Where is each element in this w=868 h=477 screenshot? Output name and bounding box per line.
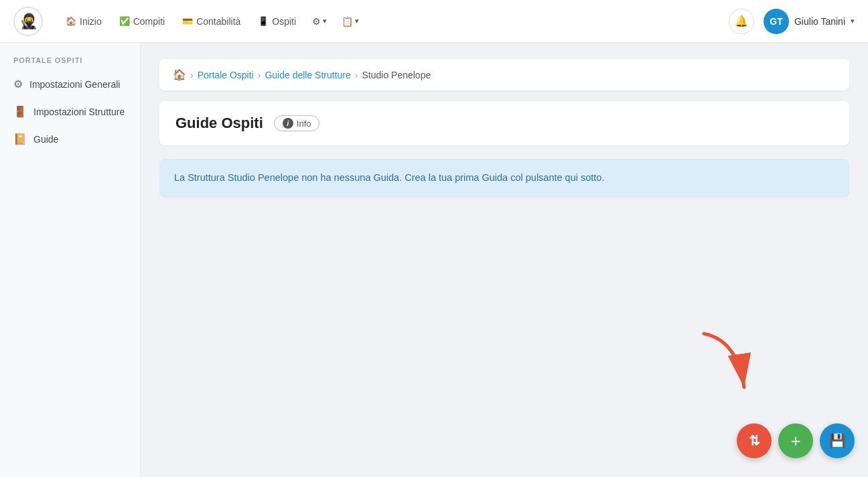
nav-item-inizio[interactable]: 🏠 Inizio — [59, 12, 108, 31]
user-chevron-icon: ▾ — [851, 17, 855, 25]
fab-add-button[interactable]: + — [778, 423, 813, 458]
empty-state-message: La Struttura Studio Penelope non ha ness… — [159, 159, 849, 198]
nav-items: 🏠 Inizio ✅ Compiti 💳 Contabilità 📱 Ospit… — [59, 12, 713, 31]
nav-item-ospiti[interactable]: 📱 Ospiti — [251, 12, 303, 31]
gear-sidebar-icon: ⚙ — [13, 78, 23, 92]
user-menu[interactable]: GT Giulio Tanini ▾ — [764, 9, 855, 34]
topnav-right: 🔔 GT Giulio Tanini ▾ — [729, 9, 855, 34]
sidebar-item-impostazioni-generali[interactable]: ⚙ Impostazioni Generali — [0, 71, 140, 98]
extra-dropdown[interactable]: 📋 ▾ — [336, 12, 364, 31]
breadcrumb-current: Studio Penelope — [362, 70, 431, 80]
fab-sort-button[interactable]: ⇅ — [737, 423, 772, 458]
info-badge[interactable]: i Info — [274, 115, 320, 131]
sidebar-label-impostazioni-strutture: Impostazioni Strutture — [33, 106, 125, 118]
user-name: Giulio Tanini — [794, 16, 845, 27]
clipboard-icon: 📋 — [342, 16, 353, 27]
settings-dropdown[interactable]: ⚙ ▾ — [307, 12, 332, 31]
breadcrumb-guide-strutture[interactable]: Guide delle Strutture — [265, 70, 350, 80]
credit-card-icon: 💳 — [182, 16, 193, 26]
nav-label-inizio: Inizio — [80, 16, 102, 27]
nav-label-compiti: Compiti — [133, 16, 165, 27]
mobile-icon: 📱 — [258, 16, 269, 26]
main-content: 🏠 › Portale Ospiti › Guide delle Struttu… — [141, 43, 868, 477]
sidebar-label-guide: Guide — [33, 133, 58, 145]
sort-icon: ⇅ — [749, 433, 760, 449]
avatar: GT — [764, 9, 789, 34]
notification-bell[interactable]: 🔔 — [729, 9, 754, 34]
top-navigation: 🥷 🏠 Inizio ✅ Compiti 💳 Contabilità 📱 Osp… — [0, 0, 868, 43]
book-icon: 📔 — [13, 133, 27, 147]
sidebar-item-guide[interactable]: 📔 Guide — [0, 126, 140, 153]
sidebar-item-impostazioni-strutture[interactable]: 🚪 Impostazioni Strutture — [0, 98, 140, 126]
save-icon: 💾 — [829, 433, 846, 449]
check-icon: ✅ — [119, 16, 130, 26]
sidebar: PORTALE OSPITI ⚙ Impostazioni Generali 🚪… — [0, 43, 141, 477]
plus-icon: + — [790, 432, 800, 450]
sidebar-section-title: PORTALE OSPITI — [0, 56, 140, 71]
nav-label-ospiti: Ospiti — [272, 16, 296, 27]
breadcrumb-portale-ospiti[interactable]: Portale Ospiti — [198, 70, 254, 80]
fab-save-button[interactable]: 💾 — [820, 423, 855, 458]
chevron-down-icon2: ▾ — [355, 17, 359, 25]
info-icon: i — [283, 118, 293, 129]
breadcrumb-sep-3: › — [355, 70, 358, 80]
bell-icon: 🔔 — [735, 15, 748, 27]
breadcrumb-home-icon[interactable]: 🏠 — [173, 68, 186, 81]
nav-label-contabilita: Contabilità — [196, 16, 240, 27]
app-logo: 🥷 — [13, 7, 43, 36]
empty-message-text: La Struttura Studio Penelope non ha ness… — [174, 172, 604, 183]
home-icon: 🏠 — [66, 16, 76, 26]
layout: PORTALE OSPITI ⚙ Impostazioni Generali 🚪… — [0, 43, 868, 477]
page-title: Guide Ospiti — [175, 115, 263, 132]
fab-group: ⇅ + 💾 — [737, 423, 855, 458]
nav-item-compiti[interactable]: ✅ Compiti — [113, 12, 171, 31]
gear-icon: ⚙ — [312, 16, 321, 27]
avatar-initials: GT — [770, 16, 782, 27]
sidebar-label-impostazioni-generali: Impostazioni Generali — [29, 78, 120, 90]
breadcrumb-sep-1: › — [190, 70, 194, 80]
door-icon: 🚪 — [13, 105, 27, 119]
breadcrumb: 🏠 › Portale Ospiti › Guide delle Struttu… — [159, 59, 849, 90]
info-label: Info — [297, 119, 311, 129]
nav-item-contabilita[interactable]: 💳 Contabilità — [175, 12, 247, 31]
breadcrumb-sep-2: › — [258, 70, 261, 80]
chevron-down-icon: ▾ — [323, 17, 327, 25]
page-header-card: Guide Ospiti i Info — [159, 101, 849, 145]
